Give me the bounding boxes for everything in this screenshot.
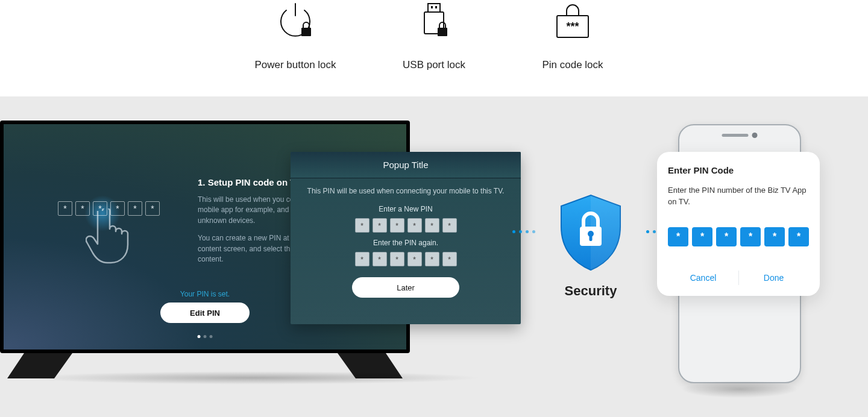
pin-digit[interactable]: *: [442, 252, 457, 266]
phone-speaker: [722, 134, 749, 137]
popup-pin-input-confirm: * * * * * *: [306, 252, 505, 266]
pin-lock-icon: ***: [549, 0, 597, 42]
pin-digit[interactable]: *: [355, 218, 370, 233]
pin-digit[interactable]: *: [58, 201, 72, 216]
popup-pin-input-new: * * * * * *: [306, 218, 505, 233]
popup-enter-again-label: Enter the PIN again.: [306, 239, 505, 247]
connection-dots: [512, 230, 535, 233]
svg-rect-1: [428, 4, 440, 12]
svg-rect-3: [435, 6, 437, 8]
page-dot[interactable]: [210, 335, 213, 338]
pin-digit[interactable]: *: [145, 201, 160, 216]
feature-label: Pin code lock: [542, 59, 603, 71]
cancel-button[interactable]: Cancel: [668, 269, 738, 286]
edit-pin-button[interactable]: Edit PIN: [160, 303, 250, 323]
pin-digit[interactable]: *: [407, 252, 422, 266]
pin-digit[interactable]: *: [764, 227, 785, 246]
pin-digit[interactable]: *: [716, 227, 737, 246]
popup-message: This PIN will be used when connecting yo…: [306, 187, 505, 195]
feature-pin-lock: *** Pin code lock: [524, 0, 621, 71]
phone-pin-card: Enter PIN Code Enter the PIN number of t…: [657, 152, 820, 296]
done-button[interactable]: Done: [738, 269, 809, 286]
pin-digit[interactable]: *: [373, 218, 387, 233]
page-dot[interactable]: [204, 335, 207, 338]
pin-digit[interactable]: *: [668, 227, 688, 246]
feature-row: Power button lock USB port lock *** Pin …: [0, 0, 868, 96]
phone-notch: [722, 133, 758, 138]
pin-digit[interactable]: *: [373, 252, 387, 266]
popup-title: Popup Title: [291, 152, 521, 178]
pin-digit[interactable]: *: [390, 252, 404, 266]
svg-rect-10: [590, 235, 593, 241]
phone-shadow: [682, 381, 797, 398]
svg-rect-0: [301, 28, 311, 36]
phone-card-title: Enter PIN Code: [668, 165, 809, 175]
touch-hand-icon: [86, 208, 139, 269]
tv-shadow: [24, 371, 482, 384]
phone-camera: [752, 133, 758, 138]
page-indicator: [198, 335, 213, 338]
pin-digit[interactable]: *: [390, 218, 404, 233]
pin-digit[interactable]: *: [692, 227, 712, 246]
pin-digit[interactable]: *: [788, 227, 809, 246]
pin-digit[interactable]: *: [407, 218, 422, 233]
pin-digit[interactable]: *: [740, 227, 761, 246]
svg-text:***: ***: [566, 20, 579, 33]
security-shield-icon: [555, 193, 626, 272]
feature-label: Power button lock: [254, 59, 336, 71]
phone-pin-input: * * * * * *: [668, 227, 809, 246]
security-group: Security: [530, 193, 651, 299]
tv-pin-set-msg: Your PIN is set.: [180, 290, 230, 298]
svg-rect-2: [431, 6, 433, 8]
phone-card-desc: Enter the PIN number of the Biz TV App o…: [668, 185, 809, 208]
usb-lock-icon: [410, 0, 458, 42]
feature-power-lock: Power button lock: [247, 0, 344, 71]
popup-enter-new-label: Enter a New PIN: [306, 205, 505, 213]
phone-card-actions: Cancel Done: [668, 269, 809, 286]
stage: * * * * * * 1. Setup PIN code on TV This…: [0, 96, 868, 417]
pin-digit[interactable]: *: [425, 218, 439, 233]
pin-digit[interactable]: *: [442, 218, 457, 233]
tv-popup: Popup Title This PIN will be used when c…: [291, 152, 521, 324]
later-button[interactable]: Later: [352, 277, 459, 298]
pin-digit[interactable]: *: [355, 252, 370, 266]
pin-digit[interactable]: *: [425, 252, 439, 266]
svg-rect-5: [438, 28, 447, 36]
security-label: Security: [530, 283, 651, 299]
feature-usb-lock: USB port lock: [386, 0, 482, 71]
feature-label: USB port lock: [403, 59, 465, 71]
power-lock-icon: [271, 0, 319, 42]
page-dot[interactable]: [198, 335, 201, 338]
